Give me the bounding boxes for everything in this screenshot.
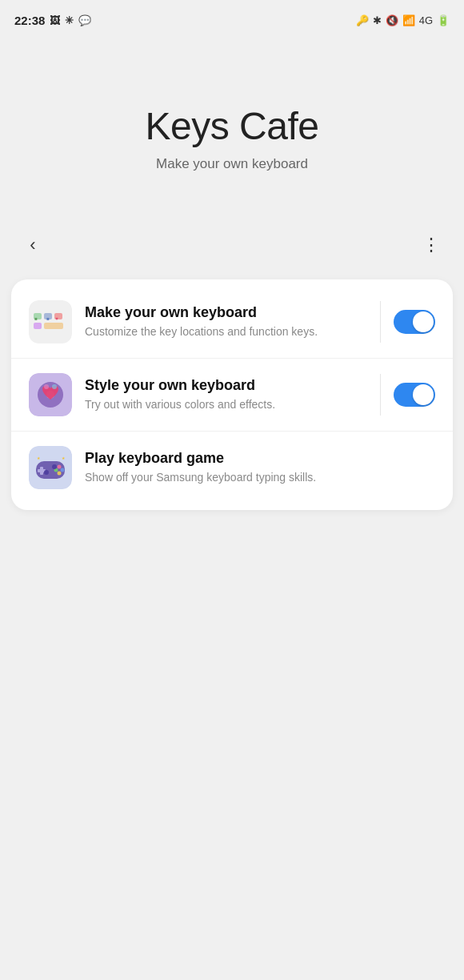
nav-bar: ‹ ⋮ — [0, 220, 464, 270]
bluetooth-icon: ✱ — [373, 14, 382, 26]
svg-point-13 — [52, 384, 57, 389]
back-button[interactable]: ‹ — [16, 228, 50, 262]
image-icon: 🖼 — [50, 14, 60, 26]
svg-point-12 — [44, 384, 49, 389]
battery-icon: 🔋 — [437, 14, 450, 26]
toggle-knob-1 — [413, 311, 434, 332]
wifi-icon: 📶 — [402, 14, 415, 26]
style-keyboard-item[interactable]: Style your own keyboard Try out with var… — [11, 359, 453, 432]
make-keyboard-text: Make your own keyboard Customize the key… — [85, 304, 370, 340]
make-keyboard-icon: ♥ ■ ■ — [29, 300, 72, 343]
svg-text:■: ■ — [46, 316, 50, 321]
make-keyboard-desc: Customize the key locations and function… — [85, 324, 370, 340]
back-icon: ‹ — [30, 235, 35, 255]
make-keyboard-toggle[interactable] — [394, 310, 435, 334]
svg-point-23 — [52, 464, 57, 469]
status-bar: 22:38 🖼 ✳ 💬 🔑 ✱ 🔇 📶 4G 🔋 — [0, 0, 464, 40]
style-keyboard-toggle-container — [394, 383, 435, 407]
more-icon: ⋮ — [422, 235, 441, 255]
svg-point-20 — [61, 468, 65, 472]
svg-text:♥: ♥ — [55, 316, 58, 321]
toggle-knob-2 — [413, 384, 434, 405]
mute-icon: 🔇 — [386, 14, 398, 26]
svg-rect-5 — [44, 323, 63, 329]
style-keyboard-title: Style your own keyboard — [85, 377, 370, 394]
svg-point-22 — [44, 470, 49, 475]
divider-1 — [380, 301, 381, 343]
status-time: 22:38 — [14, 14, 45, 27]
make-keyboard-title: Make your own keyboard — [85, 304, 370, 321]
status-right: 🔑 ✱ 🔇 📶 4G 🔋 — [356, 14, 450, 26]
more-button[interactable]: ⋮ — [414, 228, 448, 262]
style-keyboard-desc: Try out with various colors and effects. — [85, 397, 370, 413]
hero-section: Keys Cafe Make your own keyboard — [0, 40, 464, 220]
status-left: 22:38 🖼 ✳ 💬 — [14, 14, 91, 27]
svg-point-18 — [58, 465, 62, 469]
svg-text:■: ■ — [34, 316, 38, 321]
play-game-item[interactable]: ★ ★ Play keyboard game Show off your Sam… — [11, 432, 453, 504]
vpn-icon: 🔑 — [356, 14, 369, 26]
svg-rect-4 — [34, 323, 42, 329]
make-keyboard-toggle-container — [394, 310, 435, 334]
make-keyboard-item[interactable]: ♥ ■ ■ Make your own keyboard Customize t… — [11, 286, 453, 359]
style-keyboard-icon — [29, 373, 72, 416]
app-subtitle: Make your own keyboard — [156, 156, 308, 172]
asterisk-icon: ✳ — [65, 14, 74, 26]
signal-icon: 4G — [419, 14, 433, 26]
features-card: ♥ ■ ■ Make your own keyboard Customize t… — [11, 279, 453, 510]
play-game-icon: ★ ★ — [29, 446, 72, 489]
style-keyboard-text: Style your own keyboard Try out with var… — [85, 377, 370, 413]
play-game-title: Play keyboard game — [85, 450, 426, 467]
svg-rect-0 — [29, 300, 72, 343]
svg-point-21 — [58, 472, 62, 476]
wechat-icon: 💬 — [78, 14, 91, 26]
play-game-desc: Show off your Samsung keyboard typing sk… — [85, 470, 426, 486]
style-keyboard-toggle[interactable] — [394, 383, 435, 407]
play-game-text: Play keyboard game Show off your Samsung… — [85, 450, 426, 486]
divider-2 — [380, 374, 381, 416]
app-title: Keys Cafe — [146, 104, 319, 148]
